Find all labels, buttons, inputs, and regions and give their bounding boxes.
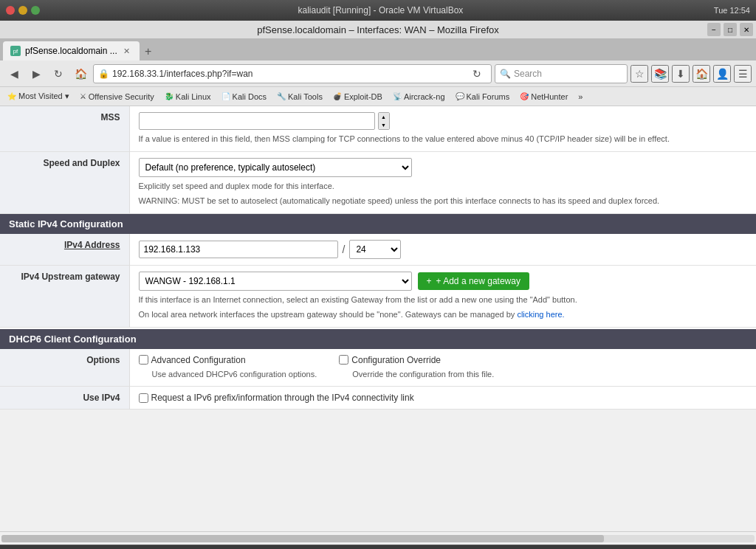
config-override-option: Configuration Override Override the conf… [339, 355, 494, 381]
speed-duplex-value-cell: Default (no preference, typically autose… [129, 151, 756, 213]
tab-close-btn[interactable]: ✕ [122, 46, 132, 56]
bm-more-label: » [578, 92, 583, 101]
reload-btn[interactable]: ↻ [49, 64, 68, 83]
home-btn[interactable]: 🏠 [71, 64, 90, 83]
ipv4-gateway-label: IPv4 Upstream gateway [0, 265, 129, 327]
bm-nethunter[interactable]: 🎯 NetHunter [515, 91, 572, 103]
scrollbar-area[interactable] [0, 531, 756, 545]
kali-tools-icon: 🔧 [277, 92, 286, 100]
use-ipv4-label: Use IPv4 [0, 387, 129, 410]
bm-aircrack[interactable]: 📡 Aircrack-ng [388, 91, 450, 103]
options-value-cell: Advanced Configuration Use advanced DHCP… [129, 349, 756, 387]
minimize-dot[interactable] [18, 6, 27, 15]
bm-more[interactable]: » [574, 91, 587, 103]
cidr-container: / 24 8 16 32 [139, 240, 748, 259]
bookmarks-menu-btn[interactable]: 📚 [651, 65, 669, 83]
mss-input[interactable] [139, 112, 375, 130]
speed-duplex-row: Speed and Duplex Default (no preference,… [0, 151, 756, 213]
bm-kali-tools[interactable]: 🔧 Kali Tools [272, 91, 327, 103]
folder-icon: ⭐ [7, 92, 16, 100]
ipv4-gateway-row: IPv4 Upstream gateway WANGW - 192.168.1.… [0, 265, 756, 327]
speed-duplex-hint2: WARNING: MUST be set to autoselect (auto… [139, 195, 748, 207]
bm-exploit-db-label: Exploit-DB [344, 92, 382, 101]
pf-content: MSS ▲ ▼ If a value is entered in this fi… [0, 106, 756, 410]
url-text: 192.168.33.1/interfaces.php?if=wan [112, 69, 252, 79]
clicking-here-link[interactable]: clicking here. [517, 310, 564, 319]
maximize-dot[interactable] [31, 6, 40, 15]
browser-close-btn[interactable]: ✕ [740, 23, 753, 36]
add-icon: + [427, 276, 432, 286]
mss-up-btn[interactable]: ▲ [379, 113, 389, 121]
ipv4-gateway-hint2-text: On local area network interfaces the ups… [139, 310, 515, 319]
close-dot[interactable] [6, 6, 15, 15]
use-ipv4-checkbox[interactable] [139, 393, 148, 403]
form-section-dhcp6: Options Advanced Configuration Use advan… [0, 349, 756, 410]
kali-docs-icon: 📄 [221, 92, 230, 100]
browser-window-controls[interactable]: − □ ✕ [707, 23, 753, 36]
bm-nethunter-label: NetHunter [531, 92, 568, 101]
profile-btn[interactable]: 👤 [713, 65, 731, 83]
advanced-config-checkbox[interactable] [139, 355, 148, 365]
tab-bar: pf pfSense.localdomain ... ✕ + [0, 38, 756, 61]
bm-offensive-security-label: Offensive Security [89, 92, 154, 101]
config-override-hint: Override the configuration from this fil… [352, 368, 494, 381]
static-ipv4-header-text: Static IPv4 Configuration [9, 218, 123, 229]
bm-most-visited-label: Most Visited ▾ [18, 92, 69, 101]
scrollbar-thumb[interactable] [1, 535, 604, 542]
advanced-config-option: Advanced Configuration Use advanced DHCP… [139, 355, 317, 381]
browser-tab[interactable]: pf pfSense.localdomain ... ✕ [3, 41, 140, 61]
advanced-config-hint: Use advanced DHCPv6 configuration option… [152, 368, 317, 381]
nethunter-icon: 🎯 [520, 92, 529, 100]
new-tab-btn[interactable]: + [140, 43, 157, 61]
ipv4-address-input[interactable] [139, 241, 338, 258]
url-reload-btn[interactable]: ↻ [467, 64, 487, 83]
exploit-db-icon: 💣 [333, 92, 342, 100]
kali-forums-icon: 💬 [456, 92, 464, 100]
tab-label: pfSense.localdomain ... [25, 46, 117, 56]
mss-hint: If a value is entered in this field, the… [139, 133, 748, 145]
os-right: Tue 12:54 [714, 6, 750, 15]
aircrack-icon: 📡 [393, 92, 402, 100]
bookmark-star-btn[interactable]: ☆ [630, 65, 648, 83]
ipv4-address-value-cell: / 24 8 16 32 [129, 234, 756, 266]
download-btn[interactable]: ⬇ [672, 65, 690, 83]
bm-offensive-security[interactable]: ⚔ Offensive Security [75, 91, 159, 103]
bm-kali-tools-label: Kali Tools [288, 92, 323, 101]
mss-down-btn[interactable]: ▼ [379, 121, 389, 129]
search-bar[interactable]: 🔍 Search [495, 64, 628, 83]
offensive-security-icon: ⚔ [80, 92, 86, 100]
bm-kali-forums[interactable]: 💬 Kali Forums [451, 91, 515, 103]
options-row: Options Advanced Configuration Use advan… [0, 349, 756, 387]
bm-kali-docs[interactable]: 📄 Kali Docs [217, 91, 271, 103]
add-gateway-btn[interactable]: + + Add a new gateway [418, 272, 529, 290]
horizontal-scrollbar[interactable] [1, 535, 755, 542]
browser-minimize-btn[interactable]: − [707, 23, 721, 36]
form-section-mss: MSS ▲ ▼ If a value is entered in this fi… [0, 106, 756, 214]
use-ipv4-label-el: Request a IPv6 prefix/information throug… [139, 393, 748, 403]
config-override-checkbox[interactable] [339, 355, 348, 365]
ipv4-gateway-select[interactable]: WANGW - 192.168.1.1 [139, 272, 412, 291]
back-btn[interactable]: ◀ [4, 64, 24, 83]
speed-duplex-label: Speed and Duplex [0, 151, 129, 213]
url-bar[interactable]: 🔒 192.168.33.1/interfaces.php?if=wan ↻ [93, 64, 492, 83]
os-time: Tue 12:54 [714, 6, 750, 15]
ipv4-gateway-label-text: IPv4 Upstream gateway [21, 272, 120, 282]
form-section-ipv4: IPv4 Address / 24 8 16 32 [0, 234, 756, 328]
home-nav-btn[interactable]: 🏠 [693, 65, 710, 83]
browser-maximize-btn[interactable]: □ [724, 23, 737, 36]
speed-duplex-select[interactable]: Default (no preference, typically autose… [139, 158, 412, 177]
bm-aircrack-label: Aircrack-ng [404, 92, 445, 101]
menu-btn[interactable]: ☰ [734, 65, 752, 83]
forward-btn[interactable]: ▶ [27, 64, 46, 83]
bm-most-visited[interactable]: ⭐ Most Visited ▾ [3, 90, 74, 103]
bm-kali-docs-label: Kali Docs [233, 92, 267, 101]
cidr-select[interactable]: 24 8 16 32 [349, 240, 401, 259]
advanced-config-label-el: Advanced Configuration [139, 355, 317, 365]
static-ipv4-header: Static IPv4 Configuration [0, 214, 756, 234]
cidr-slash: / [343, 244, 346, 255]
window-controls[interactable] [6, 6, 40, 15]
bm-exploit-db[interactable]: 💣 Exploit-DB [329, 91, 387, 103]
dhcp6-header: DHCP6 Client Configuration [0, 329, 756, 349]
bm-kali-forums-label: Kali Forums [467, 92, 510, 101]
bm-kali-linux[interactable]: 🐉 Kali Linux [160, 91, 216, 103]
